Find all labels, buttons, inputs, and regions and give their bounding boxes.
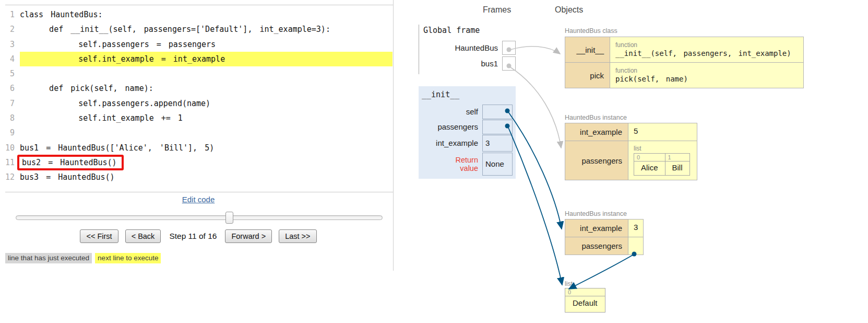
function-kind-label: function <box>615 66 798 74</box>
next-line-highlight: self.int_example = int_example <box>20 52 393 66</box>
last-button[interactable]: Last >> <box>279 229 316 243</box>
red-annotation-box: bus2 = HauntedBus() <box>17 155 124 170</box>
global-var-bus1: bus1 <box>423 55 516 71</box>
list-index: 0 <box>565 289 605 296</box>
instance-attr-row: passengers <box>565 237 644 255</box>
list-element: Bill <box>665 161 689 176</box>
frame-var-passengers: passengers <box>422 119 513 134</box>
function-signature: __init__(self, passengers, int_example) <box>615 49 798 59</box>
step-slider-handle[interactable] <box>225 212 233 224</box>
attr-value-cell: 5 <box>628 123 697 141</box>
step-slider-track[interactable] <box>16 215 383 220</box>
line-number: 2 <box>5 22 20 37</box>
frame-return-value: Return value None <box>422 152 513 176</box>
first-button[interactable]: << First <box>80 229 118 243</box>
line-number: 10 <box>5 141 20 155</box>
edit-code-link[interactable]: Edit code <box>182 195 215 204</box>
legend-next-line: next line to execute <box>95 253 161 263</box>
code-text: bus2 = HauntedBus() <box>22 155 117 170</box>
instance2-label: HauntedBus instance <box>565 210 627 217</box>
class-object-label: HauntedBus class <box>565 27 617 34</box>
code-text: def pick(self, name): <box>20 81 153 96</box>
list-index: 0 <box>634 154 665 161</box>
method-value-cell: function __init__(self, passengers, int_… <box>610 37 804 63</box>
code-line-next-to-execute: 4 self.int_example = int_example <box>5 52 393 66</box>
edit-code-row: Edit code <box>5 195 391 204</box>
var-value-cell <box>482 120 513 134</box>
init-function-frame: __init__ self passengers int_example 3 R… <box>419 86 516 179</box>
list-value-row: Default <box>565 296 605 313</box>
frame-var-int-example: int_example 3 <box>422 134 513 152</box>
list-index-row: 0 <box>565 289 605 296</box>
code-line: 2 def __init__(self, passengers=['Defaul… <box>5 22 393 37</box>
highlight-legend: line that has just executed next line to… <box>5 253 161 263</box>
instance-attr-row: int_example 5 <box>565 123 697 141</box>
attr-name: passengers <box>565 141 628 180</box>
arrow-instance2-passengers-to-default-list <box>569 255 634 289</box>
code-line: 3 self.passengers = passengers <box>5 37 393 52</box>
line-number: 1 <box>5 7 20 22</box>
default-list-table: 0 Default <box>565 288 605 313</box>
class-object-table: __init__ function __init__(self, passeng… <box>565 37 804 88</box>
panel-divider <box>393 0 394 271</box>
default-list-label: list <box>565 280 573 287</box>
init-frame-title: __init__ <box>422 90 513 99</box>
arrow-bus1-to-instance1 <box>510 67 561 148</box>
python-tutor-app: 1 class HauntedBus: 2 def __init__(self,… <box>0 0 868 323</box>
code-text: bus3 = HauntedBus() <box>20 170 115 184</box>
list-value-row: Alice Bill <box>634 161 690 176</box>
global-frame-title: Global frame <box>423 26 516 35</box>
return-value-label: Return value <box>449 156 482 172</box>
code-listing: 1 class HauntedBus: 2 def __init__(self,… <box>5 7 393 185</box>
code-line: 6 def pick(self, name): <box>5 81 393 96</box>
line-number: 6 <box>5 81 20 96</box>
code-area-bottom-border <box>5 192 393 192</box>
var-name: passengers <box>437 122 482 131</box>
attr-value-cell: list 0 1 Alice Bill <box>628 141 697 180</box>
instance1-label: HauntedBus instance <box>565 114 627 121</box>
list-index: 1 <box>665 154 689 161</box>
code-text: self.int_example += 1 <box>20 111 183 125</box>
list-element: Default <box>565 296 605 313</box>
code-line: 9 <box>5 125 393 140</box>
list-element: Alice <box>634 161 665 176</box>
back-button[interactable]: < Back <box>125 229 161 243</box>
method-name: __init__ <box>565 37 610 63</box>
code-text: self.int_example = int_example <box>20 52 225 66</box>
list-index-row: 0 1 <box>634 154 690 161</box>
code-text: def __init__(self, passengers=['Default'… <box>20 22 330 37</box>
global-frame: Global frame HauntedBus bus1 <box>419 25 519 74</box>
code-line: 8 self.int_example += 1 <box>5 111 393 125</box>
code-line: 7 self.passengers.append(name) <box>5 96 393 111</box>
forward-button[interactable]: Forward > <box>225 229 272 243</box>
var-name: self <box>466 107 482 116</box>
instance-attr-row: int_example 3 <box>565 220 644 237</box>
attr-value-cell <box>628 237 644 255</box>
return-value-cell: None <box>482 153 513 176</box>
frame-var-self: self <box>422 104 513 119</box>
method-value-cell: function pick(self, name) <box>610 63 804 88</box>
code-text: self.passengers = passengers <box>20 37 216 52</box>
attr-value-cell: 3 <box>628 220 644 237</box>
attr-name: passengers <box>565 237 628 255</box>
attr-name: int_example <box>565 220 628 237</box>
method-name: pick <box>565 63 610 88</box>
line-number: 12 <box>5 170 20 184</box>
step-counter: Step 11 of 16 <box>168 232 218 241</box>
line-number: 3 <box>5 37 20 52</box>
code-line: 10 bus1 = HauntedBus(['Alice', 'Bill'], … <box>5 141 393 155</box>
objects-header: Objects <box>555 5 583 15</box>
global-var-hauntedbus: HauntedBus <box>423 40 516 55</box>
var-name: bus1 <box>481 59 502 68</box>
line-number: 7 <box>5 96 20 111</box>
code-line: 1 class HauntedBus: <box>5 7 393 22</box>
function-kind-label: function <box>615 40 798 49</box>
legend-executed-line: line that has just executed <box>5 253 92 263</box>
var-value-cell <box>482 105 513 119</box>
var-value-cell: 3 <box>482 135 513 152</box>
var-name: int_example <box>436 139 482 147</box>
line-number: 8 <box>5 111 20 125</box>
line-number: 5 <box>5 66 20 81</box>
var-value-cell <box>502 56 516 71</box>
frames-header: Frames <box>483 5 511 15</box>
